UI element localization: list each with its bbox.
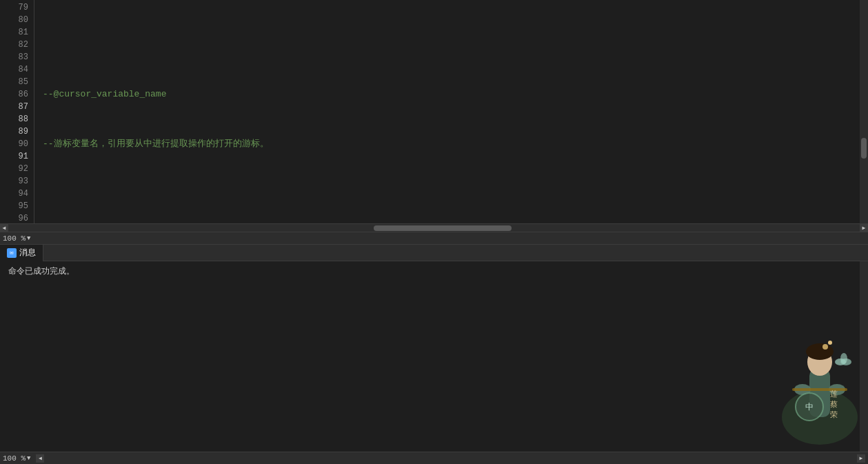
line-num-96: 96 <box>0 212 28 223</box>
code-line-80: --@cursor_variable_name <box>43 88 860 101</box>
editor-zoom-bar: 100 % ▼ <box>0 232 868 244</box>
svg-point-6 <box>794 384 811 395</box>
messages-zoom-down-arrow[interactable]: ▼ <box>27 455 30 462</box>
line-num-90: 90 <box>0 138 28 150</box>
svg-point-10 <box>840 359 851 365</box>
messages-tab-bar: ✉ 消息 <box>0 245 868 261</box>
svg-text:荣: 荣 <box>830 410 838 418</box>
line-num-85: 85 <box>0 76 28 88</box>
line-num-79: 79 <box>0 1 28 14</box>
editor-zoom-down-arrow[interactable]: ▼ <box>27 235 30 242</box>
svg-point-4 <box>822 344 828 350</box>
svg-point-9 <box>835 359 846 365</box>
decorative-image: 中 莲 蔡 荣 <box>744 327 868 452</box>
editor-scrollbar-thumb[interactable] <box>861 138 867 159</box>
svg-rect-1 <box>809 369 830 417</box>
messages-h-scrollbar[interactable] <box>46 456 856 461</box>
svg-text:中: 中 <box>805 402 814 412</box>
editor-horizontal-scrollbar[interactable]: ◀ ▶ <box>0 223 868 232</box>
line-num-84: 84 <box>0 63 28 76</box>
svg-point-5 <box>828 341 832 345</box>
messages-zoom-value: 100 % <box>3 454 26 463</box>
code-panel: 79 80 81 82 83 84 85 86 87 88 89 90 91 9… <box>0 0 868 223</box>
svg-point-0 <box>782 390 858 445</box>
svg-point-3 <box>806 343 834 360</box>
line-num-88: 88 <box>0 113 28 125</box>
editor-vertical-scrollbar[interactable] <box>860 0 868 223</box>
messages-content: 命令已成功完成。 <box>0 261 868 452</box>
h-scrollbar-thumb[interactable] <box>374 225 512 231</box>
messages-scroll-left[interactable]: ◀ <box>36 454 44 463</box>
scroll-left-arrow[interactable]: ◀ <box>0 224 8 232</box>
code-line-79 <box>43 39 860 51</box>
line-num-81: 81 <box>0 26 28 39</box>
line-num-89: 89 <box>0 125 28 138</box>
svg-point-7 <box>829 384 845 395</box>
editor-area: 79 80 81 82 83 84 85 86 87 88 89 90 91 9… <box>0 0 868 245</box>
messages-zoom-bar: 100 % ▼ ◀ ▶ <box>0 452 868 464</box>
svg-point-12 <box>796 393 823 421</box>
main-container: 79 80 81 82 83 84 85 86 87 88 89 90 91 9… <box>0 0 868 464</box>
editor-zoom-value: 100 % <box>3 234 26 243</box>
messages-tab-icon: ✉ <box>7 248 17 258</box>
line-num-86: 86 <box>0 88 28 101</box>
line-num-82: 82 <box>0 39 28 51</box>
h-scrollbar-track[interactable] <box>8 225 860 231</box>
messages-vertical-scrollbar[interactable] <box>860 261 868 452</box>
line-num-91: 91 <box>0 150 28 163</box>
svg-point-2 <box>807 348 832 376</box>
svg-text:莲: 莲 <box>830 390 838 398</box>
messages-tab-label: 消息 <box>19 247 36 259</box>
line-numbers: 79 80 81 82 83 84 85 86 87 88 89 90 91 9… <box>0 0 34 223</box>
line-num-93: 93 <box>0 175 28 188</box>
svg-rect-8 <box>792 388 847 391</box>
svg-text:蔡: 蔡 <box>830 400 838 408</box>
messages-scroll-right[interactable]: ▶ <box>857 454 865 463</box>
messages-panel: ✉ 消息 命令已成功完成。 <box>0 245 868 464</box>
svg-point-11 <box>840 353 847 364</box>
status-message: 命令已成功完成。 <box>8 265 860 277</box>
line-num-83: 83 <box>0 51 28 63</box>
line-num-92: 92 <box>0 163 28 175</box>
line-num-87: 87 <box>0 101 28 113</box>
messages-tab[interactable]: ✉ 消息 <box>0 245 43 261</box>
scroll-right-arrow[interactable]: ▶ <box>860 224 868 232</box>
line-num-95: 95 <box>0 200 28 212</box>
line-num-80: 80 <box>0 14 28 26</box>
line-num-94: 94 <box>0 188 28 200</box>
code-line-82 <box>43 188 860 200</box>
code-content[interactable]: --@cursor_variable_name --游标变量名，引用要从中进行提… <box>34 0 860 223</box>
code-line-81: --游标变量名，引用要从中进行提取操作的打开的游标。 <box>43 138 860 150</box>
